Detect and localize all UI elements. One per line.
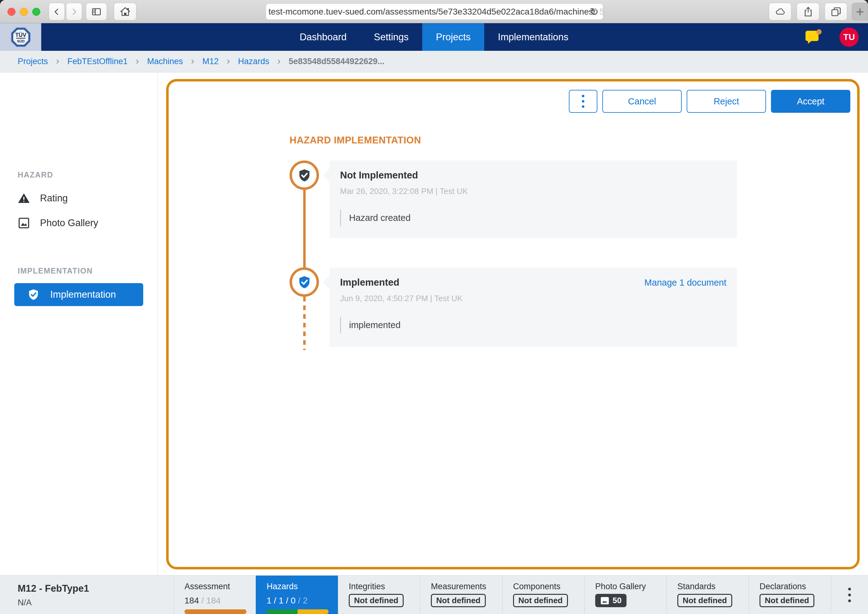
breadcrumb-link-projects[interactable]: Projects bbox=[18, 57, 48, 66]
sidebar-item-implementation[interactable]: Implementation bbox=[14, 283, 143, 306]
tab-measurements[interactable]: Measurements Not defined bbox=[420, 575, 502, 614]
chevron-separator-icon: › bbox=[277, 55, 280, 67]
traffic-light-minimize[interactable] bbox=[20, 8, 28, 16]
assessment-value: 184 bbox=[184, 596, 199, 605]
hazards-total: / 2 bbox=[298, 596, 308, 605]
photo-count-badge: 50 bbox=[595, 594, 627, 607]
nav-item-dashboard[interactable]: Dashboard bbox=[286, 23, 360, 51]
image-icon bbox=[18, 217, 30, 229]
tabs-overview-icon bbox=[830, 6, 842, 17]
notifications-button[interactable] bbox=[804, 28, 823, 46]
warning-icon bbox=[18, 192, 30, 205]
main-menu: Dashboard Settings Projects Implementati… bbox=[0, 23, 868, 51]
sidebar-item-label: Implementation bbox=[50, 289, 116, 300]
timeline-node-implemented bbox=[289, 267, 319, 297]
photo-count: 50 bbox=[613, 596, 622, 605]
nav-item-settings[interactable]: Settings bbox=[360, 23, 422, 51]
forward-button[interactable] bbox=[66, 3, 82, 20]
chevron-right-icon bbox=[70, 6, 78, 17]
tab-overview-button[interactable] bbox=[824, 3, 847, 20]
panel-heading: HAZARD IMPLEMENTATION bbox=[289, 135, 421, 146]
kebab-icon bbox=[582, 95, 584, 108]
traffic-light-close[interactable] bbox=[8, 8, 16, 16]
card-timestamp: Jun 9, 2020, 4:50:27 PM | Test UK bbox=[340, 294, 726, 303]
tuv-octagon-icon: TÜV SÜD bbox=[11, 27, 31, 47]
timeline-card-implemented: Implemented Manage 1 document Jun 9, 202… bbox=[330, 268, 737, 347]
sidebar-item-photo-gallery[interactable]: Photo Gallery bbox=[18, 217, 98, 229]
traffic-light-zoom[interactable] bbox=[32, 8, 40, 16]
sidebar-toggle-button[interactable] bbox=[86, 3, 107, 20]
hazard-sidebar: HAZARD Rating Photo Gallery IMPLEMENTATI… bbox=[0, 73, 158, 575]
shield-check-dark-icon bbox=[297, 168, 311, 183]
card-title: Not Implemented bbox=[340, 170, 418, 181]
tab-declarations[interactable]: Declarations Not defined bbox=[749, 575, 831, 614]
shield-check-blue-icon bbox=[297, 275, 311, 289]
home-button[interactable] bbox=[114, 3, 136, 20]
chevron-separator-icon: › bbox=[227, 55, 230, 67]
icloud-tabs-button[interactable] bbox=[769, 3, 792, 20]
assessment-progress-bar bbox=[184, 609, 246, 614]
chevron-left-icon bbox=[53, 6, 61, 17]
reject-button[interactable]: Reject bbox=[687, 90, 766, 113]
cancel-button[interactable]: Cancel bbox=[602, 90, 682, 113]
url-text: test-mcomone.tuev-sued.com/assessments/5… bbox=[269, 7, 596, 17]
breadcrumb-link-febtestoffline1[interactable]: FebTEstOffline1 bbox=[67, 57, 128, 66]
tuv-sued-logo[interactable]: TÜV SÜD bbox=[0, 23, 41, 51]
tab-integrities[interactable]: Integrities Not defined bbox=[338, 575, 420, 614]
share-button[interactable] bbox=[797, 3, 819, 20]
back-button[interactable] bbox=[49, 3, 65, 20]
share-icon bbox=[803, 6, 814, 18]
timeline-node-not-implemented bbox=[289, 160, 319, 190]
reload-button[interactable]: ↻ bbox=[590, 6, 599, 18]
nav-item-implementations[interactable]: Implementations bbox=[484, 23, 582, 51]
breadcrumb-link-hazards[interactable]: Hazards bbox=[238, 57, 269, 66]
sidebar-item-label: Rating bbox=[40, 193, 68, 204]
app-nav-bar: Dashboard Settings Projects Implementati… bbox=[0, 23, 868, 51]
not-defined-badge: Not defined bbox=[513, 594, 568, 607]
sidebar-item-rating[interactable]: Rating bbox=[18, 192, 68, 205]
not-defined-badge: Not defined bbox=[349, 594, 404, 607]
browser-toolbar: test-mcomone.tuev-sued.com/assessments/5… bbox=[0, 0, 868, 23]
assessment-total: / 184 bbox=[202, 596, 221, 605]
status-bar-more-button[interactable] bbox=[831, 575, 868, 614]
url-text-truncated: 5 bbox=[599, 7, 604, 17]
tab-components[interactable]: Components Not defined bbox=[502, 575, 584, 614]
tab-assessment[interactable]: Assessment 184 / 184 bbox=[174, 575, 256, 614]
shield-check-icon bbox=[27, 288, 40, 301]
timeline-connector-dashed bbox=[303, 297, 306, 350]
more-options-button[interactable] bbox=[569, 90, 597, 113]
machine-title: M12 - FebType1 bbox=[18, 583, 89, 594]
kebab-icon bbox=[848, 588, 851, 602]
url-bar[interactable]: test-mcomone.tuev-sued.com/assessments/5… bbox=[266, 3, 603, 20]
chevron-separator-icon: › bbox=[56, 55, 59, 67]
chevron-separator-icon: › bbox=[136, 55, 139, 67]
tab-hazards[interactable]: Hazards 1 / 1 / 0 / 2 bbox=[256, 575, 338, 614]
user-avatar[interactable]: TU bbox=[840, 28, 859, 47]
accept-button[interactable]: Accept bbox=[771, 90, 850, 113]
not-defined-badge: Not defined bbox=[431, 594, 486, 607]
safari-window: test-mcomone.tuev-sued.com/assessments/5… bbox=[0, 0, 868, 614]
sidebar-section-implementation-header: IMPLEMENTATION bbox=[18, 267, 93, 275]
card-timestamp: Mar 26, 2020, 3:22:08 PM | Test UK bbox=[340, 186, 726, 196]
timeline-card-not-implemented: Not Implemented Mar 26, 2020, 3:22:08 PM… bbox=[330, 160, 737, 238]
breadcrumb-link-machines[interactable]: Machines bbox=[147, 57, 183, 66]
machine-status-bar: M12 - FebType1 N/A Assessment 184 / 184 … bbox=[0, 575, 868, 614]
tab-standards[interactable]: Standards Not defined bbox=[666, 575, 749, 614]
panel-action-buttons: Cancel Reject Accept bbox=[569, 90, 850, 113]
hazard-implementation-panel: Cancel Reject Accept HAZARD IMPLEMENTATI… bbox=[166, 79, 860, 569]
hazards-progress-bar bbox=[267, 609, 328, 614]
nav-right-cluster: TU bbox=[804, 23, 868, 51]
manage-documents-link[interactable]: Manage 1 document bbox=[644, 278, 726, 288]
breadcrumb: Projects › FebTEstOffline1 › Machines › … bbox=[0, 51, 868, 73]
new-tab-button[interactable]: + bbox=[852, 3, 868, 20]
tab-photo-gallery[interactable]: Photo Gallery 50 bbox=[584, 575, 666, 614]
home-icon bbox=[119, 6, 131, 17]
breadcrumb-link-m12[interactable]: M12 bbox=[202, 57, 219, 66]
timeline-connector-solid bbox=[303, 190, 306, 267]
svg-text:SÜD: SÜD bbox=[17, 39, 25, 43]
not-defined-badge: Not defined bbox=[677, 594, 732, 607]
card-comment: Hazard created bbox=[340, 210, 726, 226]
nav-item-projects[interactable]: Projects bbox=[422, 23, 484, 51]
hazards-values: 1 / 1 / 0 bbox=[267, 596, 298, 605]
not-defined-badge: Not defined bbox=[759, 594, 814, 607]
